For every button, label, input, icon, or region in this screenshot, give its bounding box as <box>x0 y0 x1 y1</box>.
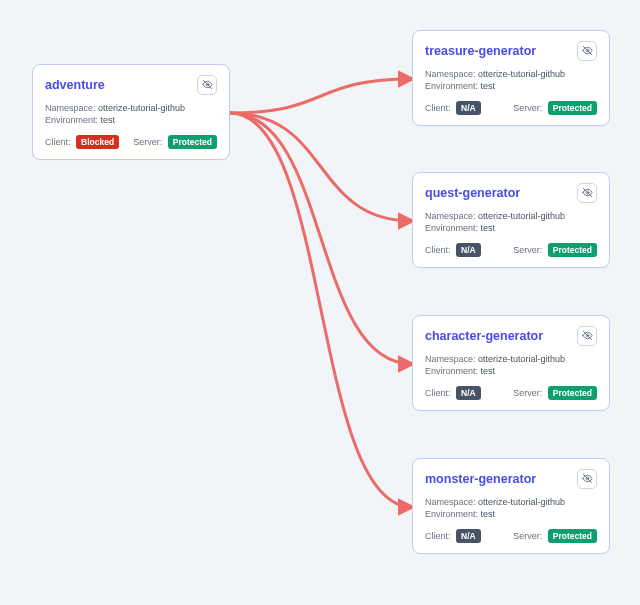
status-chip-na: N/A <box>456 386 481 400</box>
visibility-toggle-button[interactable] <box>577 326 597 346</box>
environment-row: Environment: test <box>45 115 217 125</box>
client-status: Client: N/A <box>425 386 481 400</box>
namespace-row: Namespace: otterize-tutorial-github <box>45 103 217 113</box>
edge-arrow <box>230 113 412 507</box>
environment-row: Environment: test <box>425 223 597 233</box>
status-chip-blocked: Blocked <box>76 135 119 149</box>
namespace-row: Namespace: otterize-tutorial-github <box>425 211 597 221</box>
server-status: Server: Protected <box>513 529 597 543</box>
service-card-target-2[interactable]: character-generatorNamespace: otterize-t… <box>412 315 610 411</box>
status-row: Client: N/AServer: Protected <box>425 386 597 400</box>
server-status: Server: Protected <box>513 386 597 400</box>
namespace-row: Namespace: otterize-tutorial-github <box>425 354 597 364</box>
status-chip-na: N/A <box>456 243 481 257</box>
visibility-toggle-button[interactable] <box>577 183 597 203</box>
service-card-target-1[interactable]: quest-generatorNamespace: otterize-tutor… <box>412 172 610 268</box>
card-title: adventure <box>45 78 105 92</box>
client-status: Client: N/A <box>425 101 481 115</box>
visibility-toggle-button[interactable] <box>577 41 597 61</box>
client-status: Client: N/A <box>425 529 481 543</box>
environment-row: Environment: test <box>425 366 597 376</box>
namespace-row: Namespace: otterize-tutorial-github <box>425 69 597 79</box>
client-status: Client: N/A <box>425 243 481 257</box>
status-chip-protected: Protected <box>548 243 597 257</box>
card-title: treasure-generator <box>425 44 536 58</box>
visibility-toggle-button[interactable] <box>577 469 597 489</box>
card-title: character-generator <box>425 329 543 343</box>
eye-off-icon <box>582 327 593 345</box>
service-card-source[interactable]: adventureNamespace: otterize-tutorial-gi… <box>32 64 230 160</box>
client-status: Client: Blocked <box>45 135 119 149</box>
eye-off-icon <box>582 42 593 60</box>
environment-row: Environment: test <box>425 81 597 91</box>
server-status: Server: Protected <box>513 243 597 257</box>
service-card-target-0[interactable]: treasure-generatorNamespace: otterize-tu… <box>412 30 610 126</box>
edge-arrow <box>230 113 412 221</box>
status-chip-protected: Protected <box>548 386 597 400</box>
card-title: monster-generator <box>425 472 536 486</box>
eye-off-icon <box>582 184 593 202</box>
eye-off-icon <box>582 470 593 488</box>
edge-arrow <box>230 79 412 113</box>
eye-off-icon <box>202 76 213 94</box>
environment-row: Environment: test <box>425 509 597 519</box>
status-row: Client: N/AServer: Protected <box>425 529 597 543</box>
status-chip-protected: Protected <box>548 101 597 115</box>
status-chip-protected: Protected <box>168 135 217 149</box>
status-chip-protected: Protected <box>548 529 597 543</box>
server-status: Server: Protected <box>513 101 597 115</box>
status-row: Client: BlockedServer: Protected <box>45 135 217 149</box>
server-status: Server: Protected <box>133 135 217 149</box>
edge-arrow <box>230 113 412 364</box>
card-title: quest-generator <box>425 186 520 200</box>
visibility-toggle-button[interactable] <box>197 75 217 95</box>
status-chip-na: N/A <box>456 529 481 543</box>
namespace-row: Namespace: otterize-tutorial-github <box>425 497 597 507</box>
status-row: Client: N/AServer: Protected <box>425 101 597 115</box>
status-chip-na: N/A <box>456 101 481 115</box>
status-row: Client: N/AServer: Protected <box>425 243 597 257</box>
service-card-target-3[interactable]: monster-generatorNamespace: otterize-tut… <box>412 458 610 554</box>
